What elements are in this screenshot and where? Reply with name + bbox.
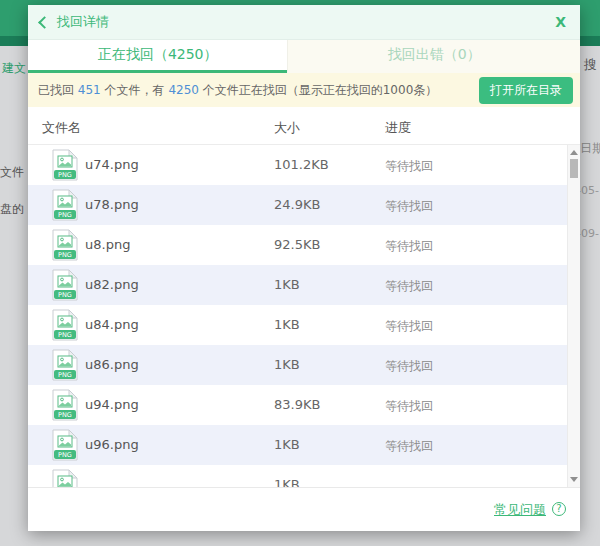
- tab-bar: 正在找回（4250） 找回出错（0）: [28, 40, 580, 73]
- file-size: 1KB: [274, 277, 300, 292]
- file-size: 83.9KB: [274, 397, 320, 412]
- file-size: 1KB: [274, 477, 300, 487]
- table-row[interactable]: PNG 1KB: [28, 465, 580, 487]
- file-type-badge: PNG: [58, 251, 72, 259]
- tab-errors[interactable]: 找回出错（0）: [287, 40, 580, 73]
- file-status: 等待找回: [385, 318, 433, 335]
- background-partial-text: -05-: [577, 184, 599, 197]
- dialog-header: 找回详情 X: [28, 5, 580, 40]
- dialog-title: 找回详情: [57, 13, 109, 31]
- found-count: 451: [78, 83, 101, 97]
- file-size: 101.2KB: [274, 157, 329, 172]
- file-type-badge: PNG: [58, 211, 72, 219]
- png-file-icon: PNG: [52, 429, 78, 461]
- scroll-up-arrow-icon[interactable]: [570, 150, 578, 155]
- file-status: 等待找回: [385, 278, 433, 295]
- file-list: PNG u74.png 101.2KB 等待找回 PNG u78.png 24.…: [28, 145, 580, 487]
- png-file-icon: PNG: [52, 389, 78, 421]
- recovery-status-bar: 已找回 451 个文件，有 4250 个文件正在找回（显示正在找回的1000条）…: [28, 73, 580, 107]
- close-button[interactable]: X: [553, 14, 568, 30]
- background-partial-text: 文件: [0, 164, 24, 181]
- file-status: 等待找回: [385, 238, 433, 255]
- back-button[interactable]: 找回详情: [40, 13, 109, 31]
- table-row[interactable]: PNG u8.png 92.5KB 等待找回: [28, 225, 580, 265]
- background-partial-text: 日期: [580, 140, 600, 157]
- list-scrollbar[interactable]: [567, 145, 580, 487]
- table-row[interactable]: PNG u96.png 1KB 等待找回: [28, 425, 580, 465]
- file-size: 1KB: [274, 437, 300, 452]
- file-name: u86.png: [85, 357, 139, 372]
- file-size: 1KB: [274, 317, 300, 332]
- column-header-filename: 文件名: [42, 119, 81, 137]
- scroll-down-arrow-icon[interactable]: [570, 477, 578, 482]
- png-file-icon: PNG: [52, 189, 78, 221]
- table-row[interactable]: PNG u94.png 83.9KB 等待找回: [28, 385, 580, 425]
- png-file-icon: PNG: [52, 269, 78, 301]
- table-row[interactable]: PNG u78.png 24.9KB 等待找回: [28, 185, 580, 225]
- table-header: 文件名 大小 进度: [28, 107, 580, 145]
- file-status: 等待找回: [385, 438, 433, 455]
- file-name: u82.png: [85, 277, 139, 292]
- open-directory-button[interactable]: 打开所在目录: [479, 77, 573, 104]
- table-row[interactable]: PNG u84.png 1KB 等待找回: [28, 305, 580, 345]
- file-type-badge: PNG: [58, 171, 72, 179]
- file-name: u94.png: [85, 397, 139, 412]
- background-partial-text: 盘的: [0, 201, 24, 218]
- file-size: 1KB: [274, 357, 300, 372]
- file-status: 等待找回: [385, 398, 433, 415]
- tab-recovering[interactable]: 正在找回（4250）: [28, 40, 287, 73]
- pending-count: 4250: [168, 83, 199, 97]
- file-name: u96.png: [85, 437, 139, 452]
- back-chevron-icon: [38, 16, 51, 29]
- help-icon[interactable]: ?: [552, 502, 566, 516]
- file-status: 等待找回: [385, 198, 433, 215]
- table-row[interactable]: PNG u86.png 1KB 等待找回: [28, 345, 580, 385]
- recovery-details-dialog: 找回详情 X 正在找回（4250） 找回出错（0） 已找回 451 个文件，有 …: [28, 5, 580, 531]
- file-rows: PNG u74.png 101.2KB 等待找回 PNG u78.png 24.…: [28, 145, 580, 487]
- file-size: 92.5KB: [274, 237, 320, 252]
- background-partial-text: 搜: [584, 56, 597, 74]
- png-file-icon: PNG: [52, 349, 78, 381]
- file-status: 等待找回: [385, 358, 433, 375]
- png-file-icon: PNG: [52, 149, 78, 181]
- background-partial-text: -09-: [577, 227, 599, 240]
- file-status: 等待找回: [385, 158, 433, 175]
- png-file-icon: PNG: [52, 229, 78, 261]
- file-name: u84.png: [85, 317, 139, 332]
- faq-link[interactable]: 常见问题: [494, 501, 546, 519]
- file-type-badge: PNG: [58, 371, 72, 379]
- background-partial-text: 建文: [2, 60, 26, 77]
- scrollbar-thumb[interactable]: [570, 159, 578, 178]
- column-header-size: 大小: [274, 119, 300, 137]
- status-text-middle: 个文件，有: [101, 82, 169, 99]
- file-size: 24.9KB: [274, 197, 320, 212]
- png-file-icon: PNG: [52, 309, 78, 341]
- column-header-progress: 进度: [385, 119, 411, 137]
- file-type-badge: PNG: [58, 331, 72, 339]
- png-file-icon: PNG: [52, 469, 78, 487]
- table-row[interactable]: PNG u82.png 1KB 等待找回: [28, 265, 580, 305]
- file-type-badge: PNG: [58, 451, 72, 459]
- table-row[interactable]: PNG u74.png 101.2KB 等待找回: [28, 145, 580, 185]
- file-type-badge: PNG: [58, 291, 72, 299]
- file-type-badge: PNG: [58, 411, 72, 419]
- dialog-footer: 常见问题 ?: [28, 487, 580, 531]
- status-text-suffix: 个文件正在找回（显示正在找回的1000条）: [199, 82, 437, 99]
- file-name: u8.png: [85, 237, 130, 252]
- status-text-prefix: 已找回: [38, 82, 78, 99]
- file-name: u74.png: [85, 157, 139, 172]
- file-name: u78.png: [85, 197, 139, 212]
